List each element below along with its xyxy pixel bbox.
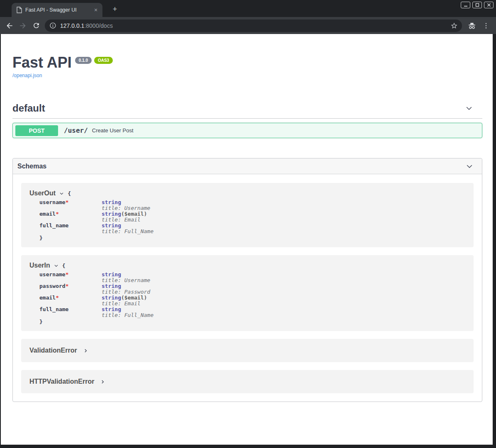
bookmark-star-icon[interactable] — [450, 22, 458, 29]
model-title: UserOut — [29, 190, 56, 197]
property-type: string — [102, 222, 121, 229]
property-name: password — [39, 283, 66, 289]
property-type: string — [102, 199, 121, 205]
property-title: title: Full_Name — [102, 229, 153, 234]
version-badge: 0.1.0 — [75, 57, 92, 64]
oas3-badge: OAS3 — [94, 57, 113, 64]
model-title: HTTPValidationError — [29, 378, 94, 385]
property-name: username — [39, 271, 66, 278]
property-type: string — [102, 295, 121, 301]
model-httpvalidationerror[interactable]: HTTPValidationError — [21, 370, 474, 393]
model-title: UserIn — [29, 262, 50, 269]
property-title: title: Username — [102, 278, 150, 283]
property-name: full_name — [39, 222, 68, 229]
schema-property: username* string title: Username — [39, 200, 465, 211]
property-type: string — [102, 211, 121, 217]
close-button[interactable] — [484, 2, 494, 8]
incognito-icon — [465, 19, 479, 32]
tab-bar: Fast API - Swagger UI × + — [0, 0, 496, 17]
tag-section-default: default POST /user/ Create User Post — [12, 102, 482, 138]
schemas-section: Schemas UserOut { — [12, 158, 482, 402]
forward-button[interactable] — [17, 19, 29, 32]
property-format: ($email) — [121, 211, 147, 217]
model-properties: username* string title: Username email* … — [39, 200, 465, 241]
schema-property: full_name string title: Full_Name — [39, 223, 465, 234]
minimize-button[interactable] — [461, 2, 470, 8]
schema-property: username* string title: Username — [39, 272, 465, 283]
page-title: Fast API — [12, 55, 72, 71]
chevron-right-icon — [83, 348, 88, 353]
maximize-button[interactable] — [472, 2, 482, 8]
required-star: * — [56, 211, 59, 217]
browser-toolbar: 127.0.0.1:8000/docs — [0, 17, 496, 34]
property-title: title: Full_Name — [102, 312, 153, 318]
chevron-down-icon — [53, 263, 59, 268]
tag-title: default — [12, 102, 45, 114]
property-name: email — [39, 211, 56, 217]
openapi-spec-link[interactable]: /openapi.json — [12, 73, 42, 78]
schema-property: full_name string title: Full_Name — [39, 307, 465, 318]
chevron-down-icon — [465, 104, 473, 112]
property-title: title: Email — [102, 301, 147, 307]
required-star: * — [66, 271, 69, 278]
window-controls — [461, 2, 494, 8]
property-format: ($email) — [121, 295, 147, 301]
property-name: username — [39, 199, 66, 205]
chevron-right-icon — [100, 379, 105, 385]
site-info-icon[interactable] — [49, 22, 56, 29]
close-brace: } — [39, 319, 465, 325]
property-name: full_name — [39, 306, 68, 312]
property-title: title: Password — [102, 289, 150, 295]
schemas-title: Schemas — [17, 163, 46, 170]
required-star: * — [66, 283, 69, 289]
tab-title: Fast API - Swagger UI — [25, 7, 89, 13]
page-content: Fast API 0.1.0 OAS3 /openapi.json defaul… — [1, 34, 493, 445]
schemas-header[interactable]: Schemas — [13, 158, 482, 174]
reload-button[interactable] — [30, 19, 42, 32]
model-properties: username* string title: Username passwor… — [39, 272, 465, 325]
property-title: title: Username — [102, 205, 150, 211]
required-star: * — [56, 295, 59, 301]
model-userout: UserOut { username* string ti — [21, 183, 474, 247]
tab-close-icon[interactable]: × — [92, 7, 99, 13]
browser-window: Fast API - Swagger UI × + — [0, 0, 496, 448]
chevron-down-icon — [59, 191, 64, 196]
opblock-post-user[interactable]: POST /user/ Create User Post — [12, 123, 482, 138]
address-bar[interactable]: 127.0.0.1:8000/docs — [45, 19, 462, 32]
open-brace: { — [62, 263, 66, 269]
badges: 0.1.0 OAS3 — [75, 57, 113, 64]
operation-path: /user/ — [64, 127, 88, 134]
back-button[interactable] — [3, 19, 16, 32]
property-type: string — [102, 271, 121, 278]
model-title: ValidationError — [29, 347, 77, 354]
model-userin: UserIn { username* string tit — [21, 255, 474, 331]
close-brace: } — [39, 235, 465, 241]
required-star: * — [66, 199, 69, 205]
method-badge: POST — [15, 125, 58, 136]
document-icon — [16, 7, 22, 13]
browser-menu-button[interactable] — [479, 19, 493, 32]
tag-header-default[interactable]: default — [12, 102, 482, 119]
open-brace: { — [68, 190, 71, 197]
property-type: string — [102, 306, 121, 312]
url-text: 127.0.0.1:8000/docs — [60, 22, 113, 29]
schemas-body: UserOut { username* string ti — [13, 174, 482, 402]
property-type: string — [102, 283, 121, 289]
chevron-down-icon — [465, 162, 474, 170]
schema-property: email* string($email) title: Email — [39, 295, 465, 307]
operation-summary: Create User Post — [92, 127, 134, 134]
browser-chrome: Fast API - Swagger UI × + — [0, 0, 496, 34]
new-tab-button[interactable]: + — [110, 5, 120, 14]
property-title: title: Email — [102, 217, 147, 223]
tab-fast-api[interactable]: Fast API - Swagger UI × — [12, 3, 102, 17]
model-userout-toggle[interactable]: UserOut { — [29, 190, 465, 197]
property-name: email — [39, 295, 56, 301]
model-userin-toggle[interactable]: UserIn { — [29, 262, 465, 269]
api-info: Fast API 0.1.0 OAS3 — [12, 55, 482, 71]
url-path: :8000/docs — [84, 22, 113, 29]
model-validationerror[interactable]: ValidationError — [21, 339, 474, 362]
schema-property: password* string title: Password — [39, 283, 465, 295]
schema-property: email* string($email) title: Email — [39, 211, 465, 223]
url-host: 127.0.0.1 — [60, 22, 84, 29]
